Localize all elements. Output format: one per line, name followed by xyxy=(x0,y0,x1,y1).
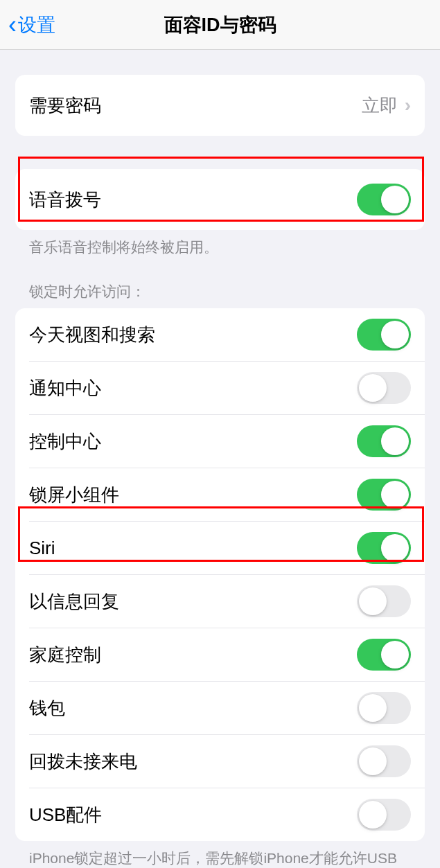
list-item-label: 以信息回复 xyxy=(29,590,119,614)
voice-dial-toggle[interactable] xyxy=(357,184,411,215)
voice-dial-label: 语音拨号 xyxy=(29,188,101,212)
group-require-passcode: 需要密码 立即 › xyxy=(15,75,425,136)
list-item-toggle[interactable] xyxy=(357,532,411,564)
list-item-label: 控制中心 xyxy=(29,429,101,454)
list-item-toggle[interactable] xyxy=(357,319,411,351)
list-item: Siri xyxy=(15,522,425,574)
allow-access-header: 锁定时允许访问： xyxy=(15,257,425,308)
list-item: 家庭控制 xyxy=(15,628,425,681)
require-passcode-value: 立即 xyxy=(362,94,398,118)
voice-dial-footer: 音乐语音控制将始终被启用。 xyxy=(15,230,425,257)
list-item-label: Siri xyxy=(29,538,55,559)
allow-access-footer: iPhone锁定超过一小时后，需先解锁iPhone才能允许USB 配件连接。 xyxy=(15,841,425,868)
list-item-label: 回拨未接来电 xyxy=(29,750,137,774)
chevron-right-icon: › xyxy=(405,94,411,116)
list-item-toggle[interactable] xyxy=(357,745,411,777)
list-item-label: 锁屏小组件 xyxy=(29,483,119,507)
list-item: 控制中心 xyxy=(15,415,425,468)
require-passcode-label: 需要密码 xyxy=(29,94,101,118)
group-allow-access: 今天视图和搜索通知中心控制中心锁屏小组件Siri以信息回复家庭控制钱包回拨未接来… xyxy=(15,308,425,841)
list-item-label: 钱包 xyxy=(29,696,65,720)
list-item: 钱包 xyxy=(15,682,425,734)
list-item-toggle[interactable] xyxy=(357,585,411,617)
back-button[interactable]: ‹ 设置 xyxy=(0,12,55,37)
row-voice-dial: 语音拨号 xyxy=(15,169,425,230)
list-item-toggle[interactable] xyxy=(357,692,411,724)
list-item-label: 今天视图和搜索 xyxy=(29,323,155,347)
list-item: 锁屏小组件 xyxy=(15,468,425,521)
list-item-toggle[interactable] xyxy=(357,372,411,404)
list-item-label: USB配件 xyxy=(29,803,102,827)
list-item-toggle[interactable] xyxy=(357,425,411,457)
row-require-passcode[interactable]: 需要密码 立即 › xyxy=(15,75,425,136)
list-item: 今天视图和搜索 xyxy=(15,308,425,361)
group-voice-dial: 语音拨号 xyxy=(15,169,425,230)
chevron-left-icon: ‹ xyxy=(8,12,17,37)
header-bar: ‹ 设置 面容ID与密码 xyxy=(0,0,440,50)
list-item-label: 家庭控制 xyxy=(29,643,101,667)
list-item-toggle[interactable] xyxy=(357,799,411,831)
list-item: 通知中心 xyxy=(15,362,425,414)
list-item: USB配件 xyxy=(15,788,425,841)
list-item: 以信息回复 xyxy=(15,575,425,628)
list-item-toggle[interactable] xyxy=(357,639,411,671)
list-item: 回拨未接来电 xyxy=(15,735,425,788)
list-item-label: 通知中心 xyxy=(29,376,101,400)
page-title: 面容ID与密码 xyxy=(0,12,440,37)
list-item-toggle[interactable] xyxy=(357,479,411,511)
back-label: 设置 xyxy=(18,12,55,37)
